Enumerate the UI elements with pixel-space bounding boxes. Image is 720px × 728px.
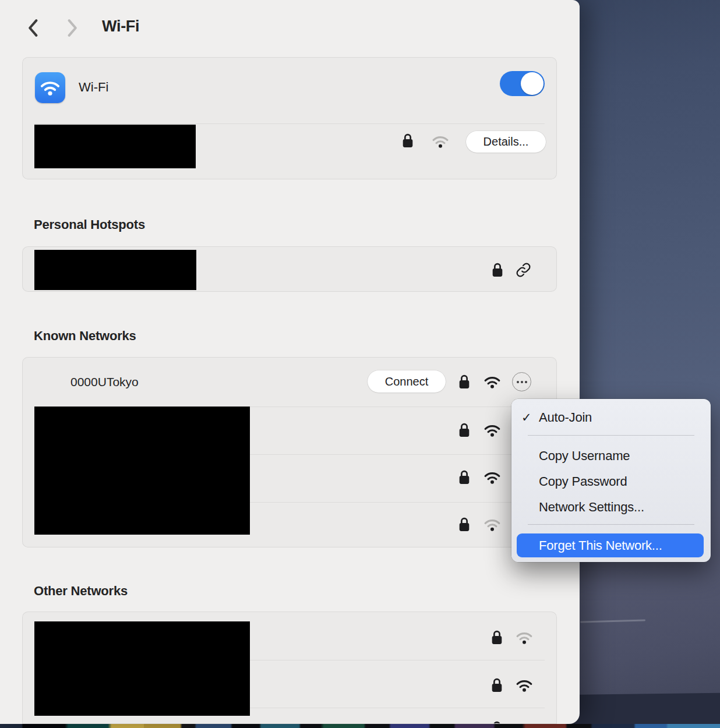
personal-hotspots-card[interactable]: [22, 246, 557, 292]
network-name: 0000UTokyo: [70, 375, 139, 389]
wifi-signal-weak-icon: [432, 135, 449, 149]
menu-item-copy-password[interactable]: Copy Password: [511, 471, 711, 492]
wifi-toggle-card: Wi-Fi Details...: [22, 57, 557, 179]
wifi-signal-strong-icon: [483, 423, 501, 437]
more-options-button[interactable]: [512, 372, 531, 391]
wifi-toggle[interactable]: [500, 71, 545, 96]
divider: [34, 123, 545, 124]
lock-icon: [458, 517, 470, 532]
lock-icon: [458, 374, 470, 390]
menu-divider: [528, 524, 694, 525]
lock-icon: [492, 262, 503, 278]
redacted-network-names: [34, 621, 250, 716]
menu-item-forget-this-network[interactable]: Forget This Network...: [517, 533, 704, 557]
system-settings-window: Wi-Fi Wi-Fi: [0, 0, 580, 724]
wifi-signal-weak-icon: [516, 631, 533, 645]
lock-icon: [491, 720, 503, 724]
wifi-signal-strong-icon: [516, 678, 533, 692]
page-title: Wi-Fi: [102, 17, 139, 36]
connect-button[interactable]: Connect: [368, 370, 446, 393]
chevron-right-icon: [67, 19, 79, 37]
menu-item-network-settings[interactable]: Network Settings...: [511, 497, 711, 518]
menu-item-copy-username[interactable]: Copy Username: [511, 446, 711, 467]
wifi-label: Wi-Fi: [79, 80, 108, 95]
wifi-signal-strong-icon: [483, 375, 501, 389]
lock-icon: [491, 630, 503, 645]
chevron-left-icon: [27, 19, 38, 37]
redacted-network-name: [34, 125, 196, 168]
desktop-screen: Wi-Fi Wi-Fi: [0, 0, 720, 728]
forward-button[interactable]: [66, 18, 80, 38]
redacted-hotspot-name: [34, 250, 196, 290]
section-header-other-networks: Other Networks: [34, 584, 128, 599]
menu-item-auto-join[interactable]: ✓ Auto-Join: [511, 407, 711, 428]
section-header-personal-hotspots: Personal Hotspots: [34, 217, 145, 232]
section-header-known-networks: Known Networks: [34, 328, 136, 344]
hotspot-link-icon: [516, 262, 531, 278]
lock-icon: [491, 677, 503, 693]
network-context-menu: ✓ Auto-Join Copy Username Copy Password …: [511, 399, 711, 562]
menu-divider: [528, 435, 694, 436]
toggle-knob: [521, 72, 543, 95]
details-button[interactable]: Details...: [466, 131, 546, 153]
dock-strip[interactable]: [0, 724, 720, 728]
checkmark-icon: ✓: [521, 411, 531, 425]
other-networks-card: [22, 612, 557, 724]
lock-icon: [402, 133, 414, 149]
wifi-app-icon: [35, 72, 65, 103]
known-networks-card: 0000UTokyo Connect: [22, 357, 557, 547]
wifi-signal-weak-icon: [483, 518, 501, 532]
redacted-network-names: [34, 407, 250, 535]
wifi-signal-strong-icon: [483, 471, 501, 485]
lock-icon: [458, 422, 470, 438]
back-button[interactable]: [26, 18, 40, 38]
lock-icon: [458, 469, 470, 485]
